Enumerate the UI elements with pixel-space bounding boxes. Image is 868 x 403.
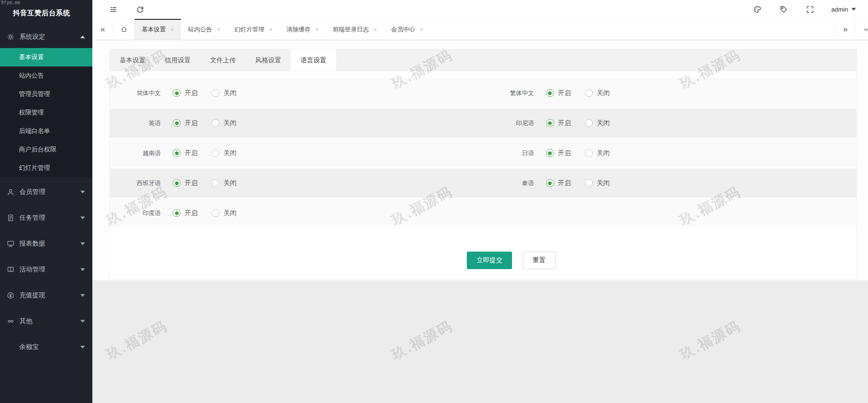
menu-toggle-icon[interactable]	[108, 4, 118, 14]
radio-option-on[interactable]: 开启	[173, 179, 198, 187]
radio-option-off[interactable]: 关闭	[585, 179, 610, 187]
radio-unchecked-icon[interactable]	[211, 89, 219, 97]
close-icon[interactable]: ×	[217, 26, 220, 33]
settings-tab-1[interactable]: 信用设置	[155, 49, 200, 71]
radio-unchecked-icon[interactable]	[585, 89, 593, 97]
radio-checked-icon[interactable]	[546, 179, 554, 187]
radio-unchecked-icon[interactable]	[211, 149, 219, 157]
nav-tab-4[interactable]: 前端登录日志×	[326, 19, 384, 40]
sidebar-item-6[interactable]: 其他	[0, 310, 92, 332]
nav-tab-0[interactable]: 基本设置×	[135, 19, 181, 40]
chevron-down-icon	[80, 320, 85, 323]
radio-option-on[interactable]: 开启	[173, 89, 198, 97]
tabs-scroll-left-button[interactable]: «	[92, 19, 114, 40]
refresh-icon[interactable]	[135, 4, 145, 14]
settings-tab-0[interactable]: 基本设置	[110, 49, 155, 71]
settings-tab-3[interactable]: 风格设置	[246, 49, 291, 71]
sidebar-item-7[interactable]: 余额宝	[0, 336, 92, 358]
nav-tab-2[interactable]: 幻灯片管理×	[227, 19, 279, 40]
radio-option-label: 关闭	[597, 149, 610, 157]
user-menu[interactable]: admin	[831, 6, 856, 13]
form-col-left: 简体中文开启关闭	[110, 78, 483, 108]
sidebar-item-label: 其他	[19, 317, 80, 325]
radio-checked-icon[interactable]	[173, 149, 181, 157]
radio-option-label: 关闭	[597, 179, 610, 187]
sidebar-item-0[interactable]: 系统设定	[0, 26, 92, 48]
field-label: 越南语	[110, 149, 173, 157]
tabs-scroll-right-button[interactable]: »	[835, 19, 856, 40]
radio-option-off[interactable]: 关闭	[211, 209, 236, 217]
radio-checked-icon[interactable]	[546, 119, 554, 127]
radio-option-off[interactable]: 关闭	[585, 89, 610, 97]
radio-option-on[interactable]: 开启	[173, 209, 198, 217]
radio-unchecked-icon[interactable]	[585, 119, 593, 127]
radio-option-on[interactable]: 开启	[546, 89, 571, 97]
radio-unchecked-icon[interactable]	[211, 119, 219, 127]
sidebar-subitem-0-5[interactable]: 商户后台权限	[0, 140, 92, 159]
nav-tab-3[interactable]: 清除缓存×	[280, 19, 326, 40]
chevron-down-icon	[80, 191, 85, 193]
radio-group: 开启关闭	[173, 89, 236, 97]
close-icon[interactable]: ×	[170, 26, 174, 33]
reset-button[interactable]: 重置	[523, 252, 556, 269]
radio-option-off[interactable]: 关闭	[211, 89, 236, 97]
radio-checked-icon[interactable]	[546, 89, 554, 97]
radio-unchecked-icon[interactable]	[211, 209, 219, 217]
radio-option-on[interactable]: 开启	[173, 149, 198, 157]
radio-checked-icon[interactable]	[173, 179, 181, 187]
form-row: 英语开启关闭印尼语开启关闭	[110, 108, 856, 138]
nav-tab-5[interactable]: 会员中心×	[384, 19, 430, 40]
radio-checked-icon[interactable]	[173, 209, 181, 217]
radio-option-off[interactable]: 关闭	[211, 149, 236, 157]
sidebar-item-label: 会员管理	[19, 188, 80, 196]
book-icon	[6, 265, 15, 274]
sidebar-item-3[interactable]: 报表数据	[0, 233, 92, 255]
submit-button[interactable]: 立即提交	[467, 252, 512, 269]
field-label: 印尼语	[483, 119, 546, 127]
close-icon[interactable]: ×	[420, 26, 423, 33]
radio-checked-icon[interactable]	[546, 149, 554, 157]
radio-checked-icon[interactable]	[173, 89, 181, 97]
home-tab-icon[interactable]	[114, 19, 135, 40]
fullscreen-icon[interactable]	[805, 4, 815, 14]
radio-unchecked-icon[interactable]	[585, 149, 593, 157]
theme-palette-icon[interactable]	[752, 4, 762, 14]
tag-icon[interactable]	[778, 4, 789, 14]
sidebar-item-4[interactable]: 活动管理	[0, 259, 92, 281]
radio-option-off[interactable]: 关闭	[585, 149, 610, 157]
sidebar-item-5[interactable]: 充值提现	[0, 284, 92, 307]
sidebar-subitem-0-6[interactable]: 幻灯片管理	[0, 159, 92, 177]
form-col-right: 印尼语开启关闭	[483, 108, 857, 138]
tabs-menu-button[interactable]	[856, 19, 868, 40]
radio-checked-icon[interactable]	[173, 119, 181, 127]
radio-unchecked-icon[interactable]	[585, 179, 593, 187]
user-name: admin	[831, 6, 848, 13]
sidebar-subitem-0-1[interactable]: 站内公告	[0, 66, 92, 85]
form-row: 简体中文开启关闭繁体中文开启关闭	[110, 78, 856, 108]
settings-tab-2[interactable]: 文件上传	[200, 49, 246, 71]
sidebar-item-2[interactable]: 任务管理	[0, 207, 92, 229]
field-label: 泰语	[483, 179, 546, 187]
sidebar-subitem-0-2[interactable]: 管理员管理	[0, 85, 92, 103]
radio-option-on[interactable]: 开启	[546, 119, 571, 127]
radio-option-on[interactable]: 开启	[546, 179, 571, 187]
blank-icon	[6, 343, 15, 352]
sidebar-subitem-0-3[interactable]: 权限管理	[0, 103, 92, 122]
radio-unchecked-icon[interactable]	[211, 179, 219, 187]
radio-option-off[interactable]: 关闭	[211, 179, 236, 187]
sidebar-subitem-0-0[interactable]: 基本设置	[0, 48, 92, 66]
topbar-right: admin	[752, 0, 856, 18]
close-icon[interactable]: ×	[374, 26, 377, 33]
radio-option-label: 开启	[185, 209, 198, 217]
settings-tab-4[interactable]: 语言设置	[291, 49, 336, 71]
sidebar-item-1[interactable]: 会员管理	[0, 181, 92, 203]
radio-option-off[interactable]: 关闭	[211, 119, 236, 127]
close-icon[interactable]: ×	[315, 26, 319, 33]
sidebar-subitem-0-4[interactable]: 后端白名单	[0, 122, 92, 140]
radio-option-on[interactable]: 开启	[546, 149, 571, 157]
nav-tab-1[interactable]: 站内公告×	[181, 19, 227, 40]
radio-option-off[interactable]: 关闭	[585, 119, 610, 127]
document-icon	[6, 213, 15, 223]
radio-option-on[interactable]: 开启	[173, 119, 198, 127]
close-icon[interactable]: ×	[269, 26, 272, 33]
